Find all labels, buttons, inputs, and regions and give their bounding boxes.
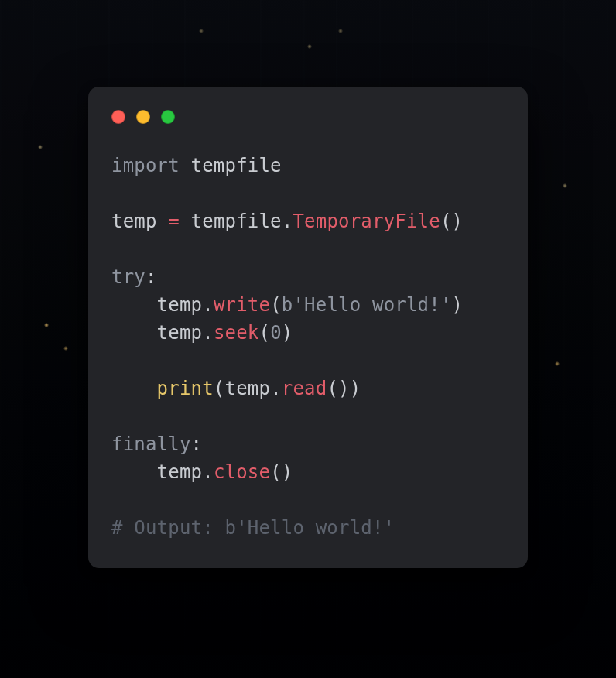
code-token-punct: . [202, 294, 214, 316]
code-token-kw: finally [111, 433, 191, 455]
code-token-ident: temp [157, 461, 203, 483]
indent [111, 378, 157, 399]
code-token-punct: . [202, 322, 214, 344]
code-token-num: 0 [270, 322, 282, 344]
code-token-punct: ) [338, 378, 350, 399]
code-token-punct: : [191, 433, 203, 455]
code-token-method: write [214, 294, 270, 316]
code-token-strpre: b [282, 294, 293, 316]
code-window: import tempfile temp = tempfile.Temporar… [88, 87, 528, 568]
code-token-punct: . [202, 461, 214, 483]
code-line: import tempfile [111, 155, 282, 176]
minimize-icon[interactable] [136, 110, 150, 124]
code-token-punct: ) [350, 378, 361, 399]
code-token-ws [180, 155, 191, 176]
code-token-str: 'Hello world!' [293, 294, 451, 316]
code-token-ident: temp [157, 322, 203, 344]
code-token-ident: tempfile [191, 211, 282, 232]
code-token-kw: import [111, 155, 180, 176]
code-token-punct: : [145, 266, 157, 288]
code-token-punct: ( [258, 322, 270, 344]
code-token-kw: try [111, 266, 145, 288]
code-line: print(temp.read()) [111, 378, 361, 399]
code-token-punct: ( [327, 378, 338, 399]
code-line: temp = tempfile.TemporaryFile() [111, 211, 463, 232]
code-block[interactable]: import tempfile temp = tempfile.Temporar… [111, 152, 505, 542]
code-token-ident: tempfile [191, 155, 282, 176]
code-token-ident: temp [111, 211, 157, 232]
code-token-punct: . [282, 211, 293, 232]
code-token-punct: ( [440, 211, 452, 232]
code-line: finally: [111, 433, 202, 455]
code-token-punct: ) [282, 461, 293, 483]
code-token-type: TemporaryFile [293, 211, 440, 232]
indent [111, 461, 157, 483]
code-token-method: read [282, 378, 327, 399]
code-line: temp.write(b'Hello world!') [111, 294, 463, 316]
code-line: temp.seek(0) [111, 322, 293, 344]
code-token-punct: ) [452, 211, 464, 232]
code-token-comment: # Output: b'Hello world!' [111, 517, 395, 539]
code-token-ws [157, 211, 169, 232]
code-line: try: [111, 266, 157, 288]
code-token-punct: ( [270, 461, 282, 483]
code-token-punct: ) [282, 322, 293, 344]
code-token-punct: ) [452, 294, 464, 316]
code-line: # Output: b'Hello world!' [111, 517, 395, 539]
code-token-method: seek [214, 322, 259, 344]
code-line: temp.close() [111, 461, 293, 483]
code-token-ident: temp [225, 378, 271, 399]
close-icon[interactable] [111, 110, 125, 124]
code-token-punct: ( [270, 294, 282, 316]
window-controls [111, 110, 505, 124]
indent [111, 294, 157, 316]
zoom-icon[interactable] [161, 110, 175, 124]
code-token-punct: ( [214, 378, 225, 399]
code-token-builtin: print [157, 378, 214, 399]
code-token-ws [180, 211, 191, 232]
code-token-op: = [168, 211, 180, 232]
code-token-punct: . [270, 378, 282, 399]
code-token-method: close [214, 461, 270, 483]
code-token-ident: temp [157, 294, 203, 316]
indent [111, 322, 157, 344]
